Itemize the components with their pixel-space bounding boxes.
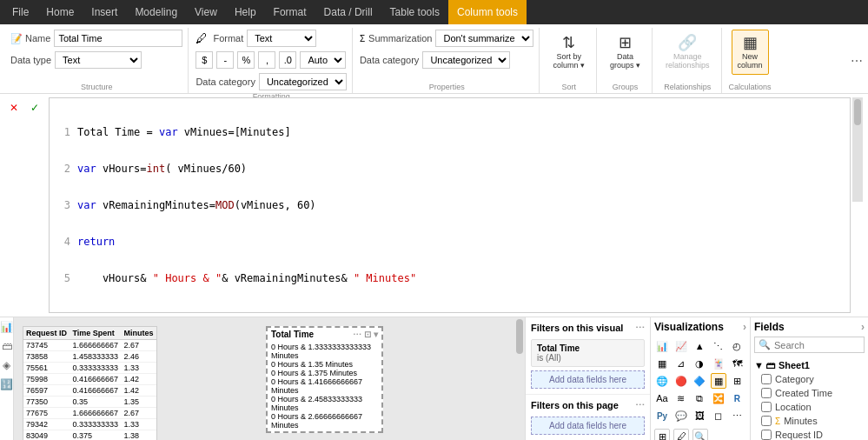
viz-globe-icon[interactable]: 🌐 — [654, 373, 670, 389]
viz-card-icon[interactable]: 🃏 — [711, 356, 726, 371]
field-checkbox[interactable] — [761, 388, 772, 398]
menu-columntools[interactable]: Column tools — [448, 0, 527, 24]
viz-shapes-icon[interactable]: ◻ — [711, 408, 726, 423]
table-row: 755610.3333333331.33 — [23, 363, 156, 374]
field-checkbox[interactable] — [761, 416, 772, 426]
currency-btn[interactable]: $ — [195, 51, 213, 69]
formula-editor[interactable]: 1Total Time = var vMinues=[Minutes] 2var… — [49, 97, 851, 313]
viz-treemap-icon[interactable]: ▦ — [654, 356, 670, 371]
menu-tabletools[interactable]: Table tools — [381, 0, 448, 24]
viz-more-icon[interactable]: ⋯ — [729, 408, 745, 423]
decrease-btn[interactable]: , — [258, 51, 275, 69]
viz-analytics-icon[interactable]: 🔍 — [692, 429, 708, 440]
table-row: 759980.4166666671.42 — [23, 374, 156, 385]
viz-kpi-icon[interactable]: 🔴 — [673, 373, 689, 389]
format-icon: 🖊 — [195, 31, 208, 45]
chart-icon[interactable]: 📊 — [0, 321, 13, 333]
viz-decomp-icon[interactable]: 🔀 — [711, 390, 726, 406]
menu-datadrill[interactable]: Data / Drill — [315, 0, 381, 24]
menu-view[interactable]: View — [186, 0, 226, 24]
viz-ribbon-icon[interactable]: ⧉ — [692, 390, 707, 406]
filter-page-dots[interactable]: ⋯ — [635, 400, 645, 411]
menu-file[interactable]: File — [3, 0, 37, 24]
viz-line-icon[interactable]: 📈 — [673, 338, 689, 354]
field-item[interactable]: Request ID — [761, 428, 865, 440]
field-checkbox[interactable] — [761, 374, 772, 384]
viz-format-icon[interactable]: 🖊 — [673, 429, 689, 440]
viz-pie-icon[interactable]: ◴ — [729, 338, 745, 354]
fields-search-input[interactable] — [774, 340, 852, 350]
table-cell: 75561 — [23, 363, 70, 374]
auto-select[interactable]: Auto — [300, 51, 346, 69]
datacategory-select-prop[interactable]: Uncategorized — [422, 51, 510, 69]
filter-item-totaltime[interactable]: Total Time is (All) — [531, 339, 645, 367]
menu-format[interactable]: Format — [265, 0, 315, 24]
new-column-btn[interactable]: ▦ Newcolumn — [732, 30, 769, 75]
filter-page-add-btn[interactable]: Add data fields here — [531, 417, 645, 435]
datacategory-select-fmt[interactable]: Uncategorized — [259, 73, 347, 90]
chart-content: 0 Hours & 1.3333333333333 Minutes0 Hours… — [268, 341, 381, 431]
viz-py-icon[interactable]: Py — [654, 408, 670, 423]
percent-btn[interactable]: - — [216, 51, 234, 69]
viz-r-icon[interactable]: R — [729, 390, 745, 406]
formula-confirm-btn[interactable]: ✓ — [26, 99, 43, 117]
field-item[interactable]: Created Time — [761, 386, 865, 400]
viz-image-icon[interactable]: 🖼 — [692, 408, 707, 423]
sort-by-column-btn[interactable]: ⇅ Sort bycolumn ▾ — [547, 30, 591, 75]
summarization-select[interactable]: Don't summarize — [435, 30, 533, 47]
formula-scrollbar[interactable] — [852, 97, 863, 202]
viz-fields-icon[interactable]: ⊞ — [654, 429, 670, 440]
table-cell: 0.333333333 — [70, 419, 122, 430]
datatype-select[interactable]: Text — [55, 51, 142, 69]
formula-cancel-btn[interactable]: ✕ — [5, 99, 23, 117]
viz-funnel-icon[interactable]: ⊿ — [673, 356, 689, 371]
model-icon[interactable]: ◈ — [3, 359, 10, 371]
increase-btn[interactable]: .0 — [279, 51, 296, 69]
viz-panel-expand[interactable]: › — [743, 321, 746, 333]
viz-waterfall-icon[interactable]: ≋ — [673, 390, 689, 406]
fields-search-box[interactable]: 🔍 — [754, 337, 865, 353]
sheet-header[interactable]: ▼ 🗃 Sheet1 — [754, 358, 865, 372]
name-input[interactable] — [54, 30, 182, 47]
field-checkbox[interactable] — [761, 430, 772, 440]
dax-icon[interactable]: 🔢 — [0, 378, 13, 390]
canvas-scrollbar[interactable] — [514, 317, 525, 440]
menu-help[interactable]: Help — [226, 0, 265, 24]
structure-label: Structure — [10, 83, 182, 91]
table-row: 765970.4166666671.42 — [23, 385, 156, 397]
fields-panel-expand[interactable]: › — [861, 321, 865, 333]
field-item[interactable]: Location — [761, 400, 865, 414]
col-requestid: Request ID — [23, 327, 70, 340]
fields-panel: Fields › 🔍 ▼ 🗃 Sheet1 CategoryCreated Ti… — [751, 317, 868, 440]
chart-visual[interactable]: Total Time ⋯ ⊡ ▾ 0 Hours & 1.33333333333… — [266, 326, 383, 433]
viz-slicer-icon[interactable]: 🔷 — [692, 373, 707, 389]
menu-modeling[interactable]: Modeling — [126, 0, 186, 24]
comma-btn[interactable]: % — [237, 51, 255, 69]
viz-icons-grid: 📊 📈 ▲ ⋱ ◴ ▦ ⊿ ◑ 🃏 🗺 🌐 🔴 🔷 ▦ ⊞ Aa ≋ ⧉ 🔀 R… — [654, 338, 746, 423]
menu-insert[interactable]: Insert — [83, 0, 126, 24]
filter-visual-add-btn[interactable]: Add data fields here — [531, 370, 645, 389]
viz-bar-icon[interactable]: 📊 — [654, 338, 670, 354]
viz-map-icon[interactable]: 🗺 — [729, 356, 745, 371]
field-item[interactable]: ΣMinutes — [761, 414, 865, 428]
manage-relationships-btn[interactable]: 🔗 Managerelationships — [659, 30, 716, 75]
filter-visual-dots[interactable]: ⋯ — [635, 323, 645, 334]
format-select[interactable]: Text — [247, 30, 316, 47]
viz-matrix-icon[interactable]: ⊞ — [729, 373, 745, 389]
viz-scatter-icon[interactable]: ⋱ — [711, 338, 726, 354]
menu-home[interactable]: Home — [37, 0, 83, 24]
fields-panel-header: Fields › — [754, 321, 865, 333]
data-icon[interactable]: 🗃 — [2, 340, 12, 352]
filter-totaltime-value: is (All) — [537, 353, 639, 363]
viz-qa-icon[interactable]: 💬 — [673, 408, 689, 423]
viz-area-icon[interactable]: ▲ — [692, 338, 707, 354]
viz-az-icon[interactable]: Aa — [654, 390, 670, 406]
field-item[interactable]: Category — [761, 372, 865, 386]
ribbon-expand[interactable]: ⋯ — [851, 28, 863, 93]
field-checkbox[interactable] — [761, 402, 772, 412]
data-groups-btn[interactable]: ⊞ Datagroups ▾ — [604, 30, 646, 75]
viz-gauge-icon[interactable]: ◑ — [692, 356, 707, 371]
groups-label: Groups — [604, 83, 646, 91]
left-icon-panel: 📊 🗃 ◈ 🔢 — [0, 317, 14, 440]
viz-table-icon[interactable]: ▦ — [711, 373, 726, 389]
